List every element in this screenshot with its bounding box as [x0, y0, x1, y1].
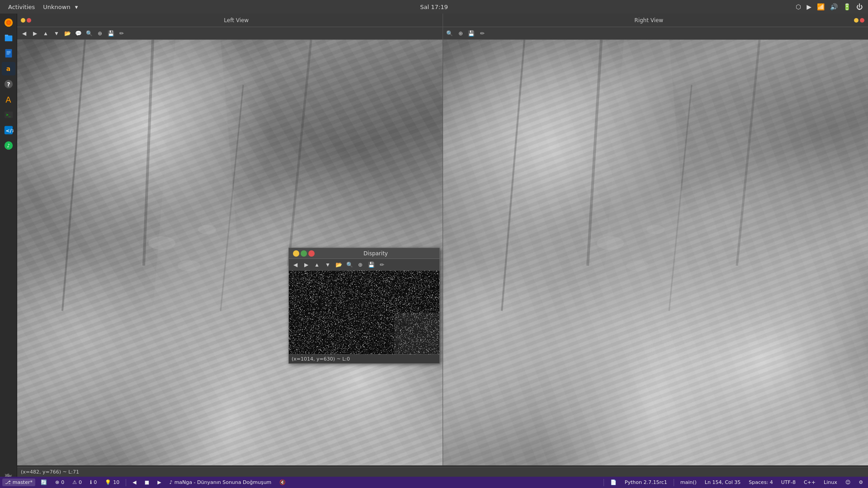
svg-text:</>: </>	[5, 128, 13, 134]
right-view-title: Right View	[447, 17, 852, 23]
left-save-button[interactable]: 💾	[106, 28, 116, 38]
taskbar-encoding[interactable]: UTF-8	[778, 479, 798, 486]
disparity-pencil-button[interactable]: ✏	[377, 260, 387, 270]
svg-text:?: ?	[7, 81, 10, 88]
taskbar-python[interactable]: Python 2.7.15rc1	[622, 479, 670, 486]
svg-rect-8	[6, 54, 9, 54]
app-dropdown-icon[interactable]: ▾	[75, 4, 78, 10]
sidebar-icon-amazon2[interactable]: A	[2, 93, 15, 106]
left-next-button[interactable]: ▶	[30, 28, 40, 38]
taskbar-sync-icon[interactable]: 🔄	[38, 479, 50, 486]
sidebar-icon-terminal[interactable]: >_	[2, 108, 15, 122]
music-note-icon: ♪	[170, 479, 173, 485]
language-label: C++	[804, 479, 816, 485]
left-comment-button[interactable]: 💬	[73, 28, 83, 38]
right-zoom-in-button[interactable]: ⊕	[456, 28, 466, 38]
right-view: Right View 🔍 ⊕ 💾 ✏	[443, 14, 868, 465]
disparity-close-button[interactable]	[308, 250, 315, 257]
clock-time: Sal 17:19	[420, 4, 448, 10]
taskbar-info[interactable]: ℹ0	[87, 479, 99, 486]
disparity-up-button[interactable]: ▲	[312, 260, 322, 270]
right-view-header: Right View	[443, 14, 868, 27]
disparity-zoom-fit-button[interactable]: 🔍	[344, 260, 354, 270]
taskbar-settings-icon[interactable]: ⚙	[856, 479, 866, 486]
power-icon[interactable]: ⏻	[855, 2, 863, 11]
taskbar-stop-button[interactable]: ■	[142, 479, 152, 486]
disparity-maximize-button[interactable]	[301, 250, 307, 257]
taskbar-errors[interactable]: ⊗0	[52, 479, 67, 486]
taskbar-line-col[interactable]: Ln 154, Col 35	[702, 479, 744, 486]
os-label: Linux	[824, 479, 837, 485]
taskbar-prev-button[interactable]: ◀	[130, 479, 139, 486]
right-save-button[interactable]: 💾	[467, 28, 476, 38]
left-zoom-in-button[interactable]: ⊕	[95, 28, 105, 38]
taskbar-mute-button[interactable]: 🔇	[277, 479, 288, 486]
right-view-window-controls	[854, 18, 864, 23]
right-close-button[interactable]	[860, 18, 864, 23]
svg-marker-30	[601, 40, 692, 311]
disparity-minimize-button[interactable]	[293, 250, 299, 257]
sidebar-icon-files[interactable]	[2, 31, 15, 45]
svg-marker-22	[153, 40, 243, 311]
taskbar-next-button[interactable]: ▶	[155, 479, 164, 486]
svg-point-31	[597, 236, 624, 250]
left-open-button[interactable]: 📂	[62, 28, 72, 38]
taskbar-warnings[interactable]: ⚠0	[70, 479, 85, 486]
taskbar-git-branch[interactable]: ⎇ master*	[2, 479, 35, 486]
taskbar-main-func[interactable]: main()	[678, 479, 699, 486]
taskbar-spaces[interactable]: Spaces: 4	[746, 479, 775, 486]
battery-icon[interactable]: 🔋	[842, 2, 852, 11]
bluetooth-icon[interactable]: ⬡	[795, 2, 802, 11]
sound-icon[interactable]: 🔊	[829, 2, 839, 11]
sidebar-icon-docs[interactable]	[2, 47, 15, 60]
taskbar-hints[interactable]: 💡10	[102, 479, 122, 486]
left-close-button[interactable]	[27, 18, 31, 23]
svg-line-29	[737, 40, 760, 266]
disparity-controls: ◀ ▶ ▲ ▼ 📂 🔍 ⊕ 💾 ✏	[289, 259, 439, 271]
left-prev-button[interactable]: ◀	[19, 28, 29, 38]
taskbar-sep-2	[604, 479, 604, 486]
disparity-down-button[interactable]: ▼	[323, 260, 333, 270]
right-zoom-fit-button[interactable]: 🔍	[445, 28, 455, 38]
left-pencil-button[interactable]: ✏	[117, 28, 127, 38]
right-pencil-button[interactable]: ✏	[477, 28, 487, 38]
left-up-button[interactable]: ▲	[41, 28, 51, 38]
taskbar-file-icon[interactable]: 📄	[608, 479, 619, 486]
taskbar-feedback-icon[interactable]: 😊	[843, 479, 853, 486]
taskbar-sep-3	[674, 479, 674, 486]
svg-rect-5	[5, 49, 12, 57]
disparity-save-button[interactable]: 💾	[366, 260, 376, 270]
left-down-button[interactable]: ▼	[52, 28, 61, 38]
music-title: maNga - Dünyanın Sonuna Doğmuşum	[175, 479, 272, 485]
svg-line-18	[62, 40, 85, 311]
git-branch-label: master*	[13, 479, 33, 485]
top-bar-right: ⬡ ▶ 📶 🔊 🔋 ⏻	[795, 2, 863, 11]
disparity-titlebar[interactable]: Disparity	[289, 248, 439, 259]
taskbar-music[interactable]: ♪ maNga - Dünyanın Sonuna Doğmuşum	[167, 479, 274, 486]
taskbar-language[interactable]: C++	[801, 479, 818, 486]
network-icon[interactable]: 📶	[816, 2, 826, 11]
app-name[interactable]: Unknown	[43, 4, 70, 10]
disparity-title: Disparity	[315, 250, 437, 257]
line-col-label: Ln 154, Col 35	[705, 479, 741, 485]
disparity-next-button[interactable]: ▶	[301, 260, 311, 270]
sidebar-icon-vscode[interactable]: </>	[2, 123, 15, 137]
disparity-zoom-in-button[interactable]: ⊕	[355, 260, 365, 270]
right-view-image	[443, 40, 868, 465]
svg-point-25	[198, 225, 216, 234]
sidebar-icon-amazon[interactable]: a	[2, 62, 15, 75]
left-minimize-button[interactable]	[21, 18, 25, 23]
location-icon[interactable]: ▶	[806, 2, 812, 11]
activities-button[interactable]: Activities	[5, 3, 38, 11]
status-bar: (x=482, y=766) ~ L:71	[17, 467, 868, 477]
sidebar-icon-firefox[interactable]	[2, 16, 15, 29]
disparity-open-button[interactable]: 📂	[334, 260, 344, 270]
sidebar-icon-spotify[interactable]: ♪	[2, 139, 15, 152]
right-minimize-button[interactable]	[854, 18, 859, 23]
svg-point-24	[178, 260, 200, 271]
taskbar-os[interactable]: Linux	[821, 479, 840, 486]
disparity-prev-button[interactable]: ◀	[290, 260, 300, 270]
disparity-window[interactable]: Disparity ◀ ▶ ▲ ▼ 📂 🔍 ⊕ 💾 ✏ (x=1014, y=6…	[288, 248, 440, 364]
left-zoom-fit-button[interactable]: 🔍	[84, 28, 94, 38]
sidebar-icon-help[interactable]: ?	[2, 77, 15, 91]
